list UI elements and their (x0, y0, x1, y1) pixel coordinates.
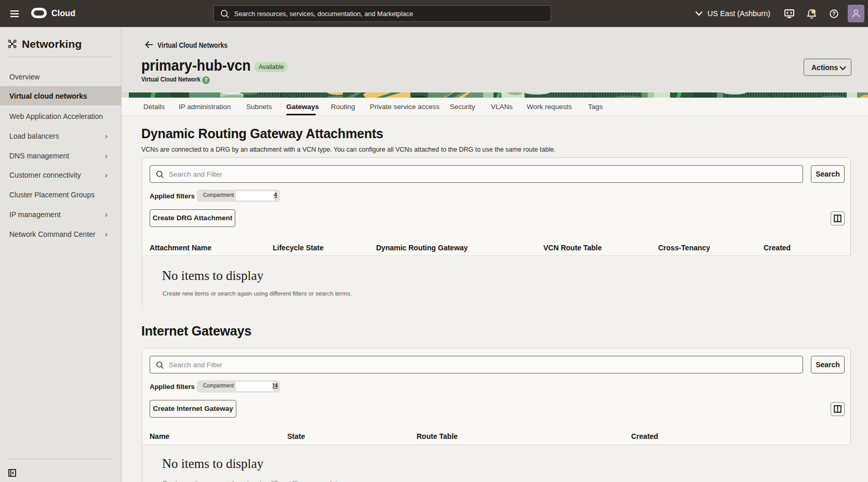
svg-text:?: ? (832, 10, 835, 17)
svg-text:?: ? (204, 77, 207, 83)
